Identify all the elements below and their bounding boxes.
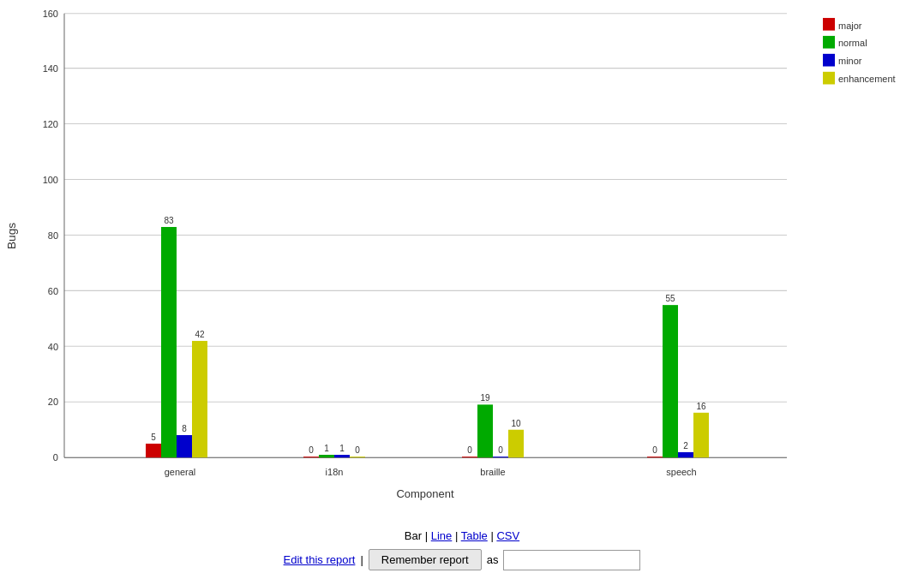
svg-text:60: 60	[48, 285, 58, 295]
bar-i18n-major	[303, 457, 319, 457]
svg-text:19: 19	[480, 393, 489, 403]
edit-report-link[interactable]: Edit this report	[284, 553, 356, 566]
svg-text:160: 160	[43, 9, 58, 19]
legend-major-swatch	[823, 18, 835, 31]
svg-text:20: 20	[48, 397, 58, 407]
svg-text:1: 1	[339, 444, 345, 453]
legend-minor-label: minor	[838, 56, 862, 66]
svg-text:10: 10	[511, 418, 520, 427]
chart-container: Bugs 0 20 40 60 80 100 120 140 160	[0, 0, 924, 579]
svg-text:100: 100	[43, 174, 58, 184]
bar-i18n-normal	[319, 455, 334, 457]
y-axis-label: Bugs	[5, 223, 18, 249]
svg-text:55: 55	[665, 294, 675, 303]
remember-row: Edit this report | Remember report as	[284, 549, 641, 570]
bar-speech-major	[647, 457, 663, 457]
legend-enhancement-label: enhancement	[838, 74, 896, 84]
sep1: |	[425, 529, 431, 542]
bar-general-enhancement	[192, 341, 207, 457]
x-label-general: general	[165, 467, 196, 477]
svg-text:0: 0	[355, 445, 360, 455]
bar-general-normal	[161, 227, 177, 457]
bar-braille-minor	[493, 457, 508, 457]
svg-text:0: 0	[498, 445, 503, 455]
bar-braille-major	[462, 457, 477, 457]
x-label-braille: braille	[480, 467, 505, 477]
bar-speech-enhancement	[693, 413, 709, 457]
svg-text:42: 42	[195, 330, 204, 339]
svg-text:40: 40	[48, 341, 58, 351]
svg-rect-0	[0, 0, 924, 529]
bar-i18n-minor	[334, 455, 350, 457]
legend-minor-swatch	[823, 54, 835, 67]
bar-view-label: Bar	[405, 529, 422, 542]
x-axis-label: Component	[396, 487, 453, 500]
x-label-speech: speech	[666, 467, 696, 477]
svg-text:0: 0	[467, 445, 472, 455]
svg-text:120: 120	[43, 119, 58, 129]
svg-text:0: 0	[309, 445, 314, 455]
x-label-i18n: i18n	[326, 467, 344, 477]
bar-general-major	[146, 444, 161, 457]
svg-text:0: 0	[652, 445, 657, 455]
bar-braille-enhancement	[508, 430, 524, 457]
legend-normal-label: normal	[838, 38, 867, 48]
svg-text:5: 5	[151, 433, 156, 442]
csv-view-link[interactable]: CSV	[496, 529, 519, 542]
table-view-link[interactable]: Table	[461, 529, 488, 542]
svg-text:83: 83	[164, 216, 173, 225]
chart-svg: Bugs 0 20 40 60 80 100 120 140 160	[0, 0, 924, 529]
legend-normal-swatch	[823, 36, 835, 49]
line-view-link[interactable]: Line	[431, 529, 453, 542]
svg-text:0: 0	[53, 452, 58, 463]
svg-text:80: 80	[48, 230, 58, 240]
legend-major-label: major	[838, 20, 862, 30]
bar-general-minor	[177, 435, 192, 457]
as-label: as	[487, 553, 499, 566]
remember-as-input[interactable]	[503, 550, 640, 570]
view-links: Bar | Line | Table | CSV	[405, 529, 519, 542]
svg-text:140: 140	[43, 63, 58, 74]
bar-i18n-enhancement	[350, 457, 365, 457]
pipe-sep: |	[360, 553, 363, 566]
bar-braille-normal	[477, 404, 493, 457]
chart-area: Bugs 0 20 40 60 80 100 120 140 160	[0, 0, 924, 529]
sep2: |	[455, 529, 461, 542]
bar-speech-normal	[663, 305, 678, 457]
svg-text:8: 8	[182, 424, 187, 433]
svg-text:1: 1	[324, 444, 329, 453]
bottom-controls: Bar | Line | Table | CSV Edit this repor…	[0, 529, 924, 579]
svg-text:16: 16	[696, 401, 705, 410]
remember-report-button[interactable]: Remember report	[369, 549, 482, 570]
legend-enhancement-swatch	[823, 72, 835, 85]
svg-text:2: 2	[683, 441, 688, 451]
bar-speech-minor	[678, 452, 693, 457]
